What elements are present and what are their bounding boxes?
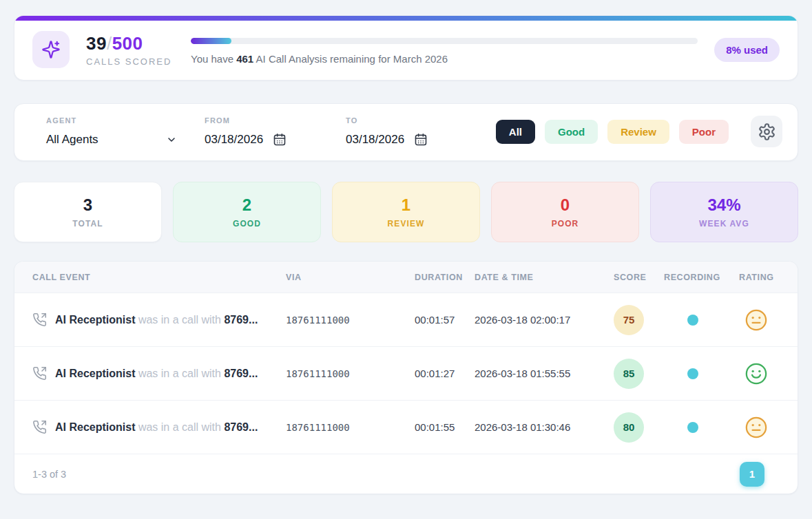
to-date-input[interactable]: 03/18/2026 xyxy=(346,133,459,147)
phone-outgoing-icon xyxy=(32,420,47,434)
call-analysis-dashboard: 39/500 CALLS SCORED You have 461 AI Call… xyxy=(0,0,812,494)
usage-progress-fill xyxy=(191,38,231,44)
call-datetime: 2026-03-18 01:55:55 xyxy=(475,368,614,379)
agent-name: AI Receptionist xyxy=(55,314,135,326)
usage-remaining-text: You have 461 AI Call Analysis remaining … xyxy=(191,53,698,65)
from-date-input[interactable]: 03/18/2026 xyxy=(205,133,318,147)
table-footer: 1-3 of 3 1 xyxy=(14,454,798,494)
rating-face xyxy=(739,416,780,439)
stat-label: POOR xyxy=(552,219,579,229)
calls-table: CALL EVENT VIA DURATION DATE & TIME SCOR… xyxy=(14,261,798,494)
calls-scored-count: 39 xyxy=(86,33,107,54)
stat-value: 2 xyxy=(242,195,251,215)
call-event-cell: AI Receptionist was in a call with 8769.… xyxy=(32,366,286,381)
calls-quota: 500 xyxy=(112,33,143,54)
neutral-face-icon xyxy=(745,308,768,332)
from-label: FROM xyxy=(205,116,318,125)
rating-face xyxy=(739,362,780,385)
calendar-icon[interactable] xyxy=(273,133,287,147)
agent-name: AI Receptionist xyxy=(55,421,135,433)
from-date-value: 03/18/2026 xyxy=(205,133,263,147)
call-duration: 00:01:27 xyxy=(415,368,475,379)
agent-filter: AGENT All Agents xyxy=(32,116,177,147)
from-date-filter: FROM 03/18/2026 xyxy=(205,116,318,147)
call-duration: 00:01:57 xyxy=(415,314,475,326)
calls-scored-ratio: 39/500 xyxy=(86,33,174,54)
filter-pill-review[interactable]: Review xyxy=(607,120,669,144)
col-header-duration: DURATION xyxy=(415,273,475,282)
stat-card-good: 2 GOOD xyxy=(173,182,321,242)
col-header-via: VIA xyxy=(286,273,415,282)
to-date-filter: TO 03/18/2026 xyxy=(346,116,459,147)
score-badge: 85 xyxy=(614,359,644,389)
settings-button[interactable] xyxy=(751,116,782,147)
filter-pill-all[interactable]: All xyxy=(496,120,535,144)
to-date-value: 03/18/2026 xyxy=(346,133,404,147)
phone-outgoing-icon xyxy=(32,313,47,327)
calendar-icon[interactable] xyxy=(414,133,428,147)
stat-card-review: 1 REVIEW xyxy=(332,182,480,242)
call-datetime: 2026-03-18 01:30:46 xyxy=(475,421,614,433)
stat-value: 34% xyxy=(707,195,740,215)
score-badge: 80 xyxy=(614,412,644,443)
table-header-row: CALL EVENT VIA DURATION DATE & TIME SCOR… xyxy=(14,262,798,293)
stat-label: TOTAL xyxy=(72,219,103,229)
to-label: TO xyxy=(346,116,459,125)
stat-label: REVIEW xyxy=(388,219,425,229)
col-header-score: SCORE xyxy=(614,273,664,282)
callee-number: 8769... xyxy=(224,368,258,379)
stat-value: 3 xyxy=(83,195,92,215)
stats-row: 3 TOTAL 2 GOOD 1 REVIEW 0 POOR 34% WEEK … xyxy=(14,182,798,242)
agent-selected-value: All Agents xyxy=(46,133,98,147)
col-header-datetime: DATE & TIME xyxy=(475,273,614,282)
call-event-cell: AI Receptionist was in a call with 8769.… xyxy=(32,420,286,434)
col-header-recording: RECORDING xyxy=(664,273,739,282)
chevron-down-icon xyxy=(166,134,177,145)
stat-card-total: 3 TOTAL xyxy=(14,182,162,242)
stat-value: 0 xyxy=(561,195,570,215)
stat-value: 1 xyxy=(402,195,410,215)
phone-outgoing-icon xyxy=(32,366,47,381)
filter-pill-good[interactable]: Good xyxy=(545,120,598,144)
via-number: 18761111000 xyxy=(286,422,415,433)
call-datetime: 2026-03-18 02:00:17 xyxy=(475,314,614,326)
recording-indicator[interactable] xyxy=(687,422,698,433)
agent-select[interactable]: All Agents xyxy=(46,133,177,147)
filter-bar: AGENT All Agents FROM 03/18/2026 TO 03/1… xyxy=(14,103,798,161)
usage-card: 39/500 CALLS SCORED You have 461 AI Call… xyxy=(14,15,798,81)
remaining-count: 461 xyxy=(236,53,253,65)
recording-indicator[interactable] xyxy=(687,315,698,326)
agent-name: AI Receptionist xyxy=(55,368,135,379)
via-number: 18761111000 xyxy=(286,315,415,326)
happy-face-icon xyxy=(745,362,768,385)
neutral-face-icon xyxy=(745,416,768,439)
pagination-page-1-button[interactable]: 1 xyxy=(740,462,764,487)
col-header-rating: RATING xyxy=(739,273,780,282)
via-number: 18761111000 xyxy=(286,368,415,379)
filter-pill-poor[interactable]: Poor xyxy=(679,120,729,144)
table-row[interactable]: AI Receptionist was in a call with 8769.… xyxy=(14,401,798,454)
percent-used-badge: 8% used xyxy=(714,38,780,62)
score-badge: 75 xyxy=(614,305,644,335)
call-event-cell: AI Receptionist was in a call with 8769.… xyxy=(32,313,286,327)
calls-scored-label: CALLS SCORED xyxy=(86,56,174,67)
stat-card-week-avg: 34% WEEK AVG xyxy=(650,182,798,242)
callee-number: 8769... xyxy=(224,314,258,326)
sparkles-icon xyxy=(32,31,70,68)
agent-label: AGENT xyxy=(46,116,177,125)
usage-progress-bar xyxy=(191,38,698,44)
gradient-accent-strip xyxy=(14,16,798,21)
stat-label: WEEK AVG xyxy=(699,219,749,229)
recording-indicator[interactable] xyxy=(687,368,698,379)
col-header-call-event: CALL EVENT xyxy=(32,273,286,282)
table-row[interactable]: AI Receptionist was in a call with 8769.… xyxy=(14,347,798,401)
callee-number: 8769... xyxy=(224,421,258,433)
stat-card-poor: 0 POOR xyxy=(491,182,639,242)
rating-face xyxy=(739,308,780,332)
call-duration: 00:01:55 xyxy=(415,421,475,433)
table-row[interactable]: AI Receptionist was in a call with 8769.… xyxy=(14,293,798,347)
pagination-range: 1-3 of 3 xyxy=(32,469,66,480)
gear-icon xyxy=(758,123,776,141)
stat-label: GOOD xyxy=(233,219,261,229)
